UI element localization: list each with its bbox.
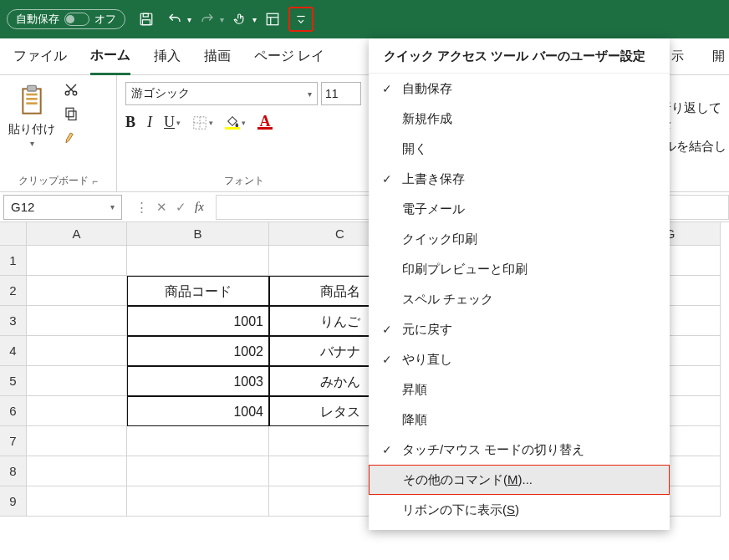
check-icon: ✓ [380, 353, 394, 366]
tab-home[interactable]: ホーム [90, 38, 130, 75]
svg-rect-17 [66, 108, 74, 117]
qat-menu-item-label: 新規作成 [402, 111, 452, 127]
fill-color-button[interactable]: ▾ [225, 115, 246, 130]
qat-menu-item-3[interactable]: ✓上書き保存 [369, 164, 670, 194]
svg-rect-11 [26, 102, 37, 104]
select-all-corner[interactable] [0, 222, 27, 246]
rowhead-1[interactable]: 1 [0, 246, 27, 276]
cell-b4[interactable]: 1002 [127, 336, 269, 366]
redo-dropdown-icon[interactable]: ▾ [220, 15, 224, 24]
qat-menu-title: クイック アクセス ツール バーのユーザー設定 [369, 38, 670, 74]
formula-menu-icon[interactable]: ⋮ [135, 200, 148, 215]
qat-menu-item-8[interactable]: ✓元に戻す [369, 314, 670, 344]
tab-page-layout[interactable]: ページ レイ [254, 39, 324, 74]
touch-mode-button[interactable] [227, 7, 252, 32]
qat-menu-item-1[interactable]: 新規作成 [369, 104, 670, 134]
touch-dropdown-icon[interactable]: ▾ [252, 15, 257, 24]
paste-button[interactable]: 貼り付け ▾ [8, 82, 55, 150]
qat-more-commands[interactable]: その他のコマンド(M)... [369, 465, 670, 495]
check-icon: ✓ [380, 323, 394, 336]
group-font-label: フォント [125, 171, 363, 188]
autosave-state: オフ [94, 12, 116, 27]
check-icon: ✓ [380, 443, 394, 456]
font-size-combo[interactable]: 11 [321, 82, 361, 105]
customize-qat-button[interactable] [288, 7, 314, 32]
cell-b2[interactable]: 商品コード [127, 276, 269, 306]
qat-menu-item-label: やり直し [402, 352, 452, 368]
qat-menu-item-4[interactable]: 電子メール [369, 194, 670, 224]
check-icon: ✓ [380, 82, 394, 95]
undo-button[interactable] [162, 7, 187, 32]
save-button[interactable] [134, 7, 159, 32]
qat-menu-item-6[interactable]: 印刷プレビューと印刷 [369, 254, 670, 284]
qat-menu-item-0[interactable]: ✓自動保存 [369, 74, 670, 104]
qat-menu-item-label: 印刷プレビューと印刷 [402, 262, 528, 277]
merge-partial[interactable]: ルを結合し [664, 139, 726, 155]
qat-customize-menu: クイック アクセス ツール バーのユーザー設定 ✓自動保存新規作成開く✓上書き保… [369, 38, 670, 530]
qat-menu-item-label: 上書き保存 [402, 171, 465, 187]
colhead-b[interactable]: B [127, 222, 269, 246]
rowhead-9[interactable]: 9 [0, 486, 27, 517]
fx-icon[interactable]: fx [195, 200, 204, 215]
cell-b1[interactable] [127, 246, 269, 276]
qat-more-commands-label: その他のコマンド(M)... [403, 472, 533, 488]
qat-show-below-ribbon[interactable]: リボンの下に表示(S) [369, 495, 670, 525]
svg-rect-16 [69, 111, 76, 120]
qat-menu-item-label: スペル チェック [402, 292, 493, 308]
tab-draw[interactable]: 描画 [204, 39, 231, 74]
qat-menu-item-9[interactable]: ✓やり直し [369, 344, 670, 374]
qat-menu-item-7[interactable]: スペル チェック [369, 284, 670, 314]
qat-menu-item-label: 元に戻す [402, 322, 452, 338]
rowhead-2[interactable]: 2 [0, 276, 27, 306]
italic-button[interactable]: I [147, 114, 152, 131]
svg-rect-3 [267, 13, 278, 25]
cancel-icon[interactable]: ✕ [156, 200, 167, 215]
redo-button[interactable] [195, 7, 220, 32]
qat-menu-item-5[interactable]: クイック印刷 [369, 224, 670, 254]
qat-menu-item-10[interactable]: 昇順 [369, 374, 670, 405]
paste-label: 貼り付け [8, 122, 55, 137]
rowhead-5[interactable]: 5 [0, 366, 27, 396]
tab-open-partial[interactable]: 開 [712, 48, 725, 64]
svg-rect-2 [143, 20, 150, 25]
tab-insert[interactable]: 挿入 [154, 39, 181, 74]
qat-menu-item-2[interactable]: 開く [369, 134, 670, 164]
chevron-down-icon: ▾ [30, 139, 34, 148]
underline-button[interactable]: U▾ [164, 114, 181, 131]
form-button[interactable] [260, 7, 285, 32]
rowhead-8[interactable]: 8 [0, 456, 27, 486]
font-name-combo[interactable]: 游ゴシック▾ [125, 82, 318, 105]
qat-menu-item-11[interactable]: 降順 [369, 405, 670, 435]
font-color-button[interactable]: A [257, 115, 273, 130]
svg-rect-1 [143, 13, 148, 17]
bold-button[interactable]: B [125, 114, 135, 131]
group-font: 游ゴシック▾ 11 B I U▾ ▾ [117, 75, 372, 191]
dialog-launcher-icon[interactable]: ⌐ [92, 176, 98, 187]
format-painter-button[interactable] [64, 130, 79, 150]
rowhead-4[interactable]: 4 [0, 336, 27, 366]
tab-file[interactable]: ファイル [13, 39, 67, 74]
colhead-a[interactable]: A [27, 222, 127, 246]
tab-view-partial[interactable]: 示 [671, 48, 684, 64]
cell-b6[interactable]: 1004 [127, 396, 269, 426]
cell-b5[interactable]: 1003 [127, 366, 269, 396]
copy-button[interactable] [64, 106, 79, 125]
undo-dropdown-icon[interactable]: ▾ [187, 15, 191, 24]
cell-a1[interactable] [27, 246, 127, 276]
border-button[interactable]: ▾ [192, 115, 213, 130]
group-clipboard: 貼り付け ▾ クリップボード ⌐ [0, 75, 117, 191]
qat-menu-item-label: 開く [402, 141, 427, 157]
cut-button[interactable] [64, 82, 79, 101]
check-icon: ✓ [380, 172, 394, 186]
rowhead-6[interactable]: 6 [0, 396, 27, 426]
cell-b3[interactable]: 1001 [127, 306, 269, 336]
toggle-track [64, 13, 89, 26]
autosave-toggle[interactable]: 自動保存 オフ [7, 9, 125, 29]
name-box[interactable]: G12▾ [3, 195, 122, 220]
enter-icon[interactable]: ✓ [176, 200, 186, 215]
rowhead-7[interactable]: 7 [0, 426, 27, 456]
group-clipboard-label: クリップボード ⌐ [8, 171, 108, 188]
qat-menu-item-label: 自動保存 [402, 81, 452, 97]
rowhead-3[interactable]: 3 [0, 306, 27, 336]
qat-menu-item-12[interactable]: ✓タッチ/マウス モードの切り替え [369, 435, 670, 465]
